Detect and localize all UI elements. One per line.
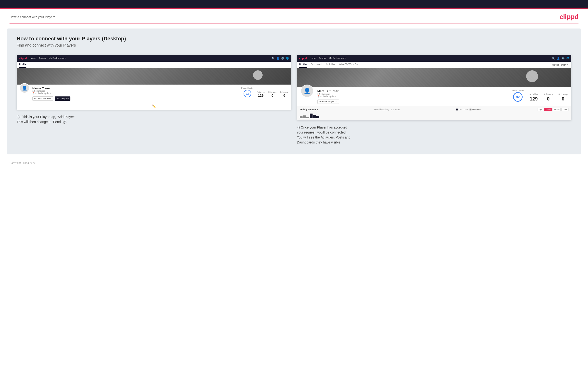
activities-label-right: Activities bbox=[529, 93, 538, 95]
stat-activities-right: Activities 129 bbox=[529, 93, 538, 102]
step3-line2: This will then change to 'Pending'. bbox=[17, 119, 291, 125]
offcourse-label: Off course bbox=[472, 108, 481, 110]
step4-line3: You will see the Activities, Posts and bbox=[297, 135, 571, 140]
handicap-left: 1-5 Handicap bbox=[32, 90, 239, 92]
app-mockup-left: clippd Home Teams My Performance 🔍 👤 ⚙️ … bbox=[17, 55, 291, 110]
legend-offcourse: Off course bbox=[469, 108, 481, 110]
screenshot-right-col: clippd Home Teams My Performance 🔍 👤 ⚙️ … bbox=[297, 55, 571, 145]
main-content: How to connect with your Players (Deskto… bbox=[7, 28, 581, 154]
period-6mths[interactable]: 6 mths bbox=[544, 108, 552, 111]
profile-info-left: Marcus Turner 1-5 Handicap 📍 United King… bbox=[32, 87, 239, 101]
location-icon-right: 📍 bbox=[317, 95, 320, 98]
step4-line1: 4) Once your Player has accepted bbox=[297, 125, 571, 130]
main-title: How to connect with your Players (Deskto… bbox=[17, 36, 571, 42]
page-footer: Copyright Clippd 2022 bbox=[0, 159, 588, 167]
player-name-right: Marcus Turner bbox=[317, 89, 508, 93]
step3-description: 3) If this is your Player tap, 'Add Play… bbox=[17, 115, 291, 125]
nav-player-dropdown[interactable]: Marcus Turner ▼ bbox=[552, 62, 569, 68]
nav-home-right[interactable]: Home bbox=[310, 57, 316, 60]
hero-circle-left bbox=[253, 70, 263, 80]
followers-label-right: Followers bbox=[544, 93, 553, 95]
player-name-left: Marcus Turner bbox=[32, 87, 239, 90]
tab-activities-right[interactable]: Activities bbox=[326, 62, 335, 68]
remove-player-container: Remove Player ✕ bbox=[317, 100, 508, 104]
tab-profile-left[interactable]: Profile bbox=[19, 62, 26, 68]
settings-icon-right[interactable]: ⚙️ bbox=[562, 57, 564, 60]
activities-value-right: 129 bbox=[530, 96, 537, 102]
request-follow-button[interactable]: Request to Follow bbox=[32, 96, 53, 101]
oncourse-dot bbox=[456, 108, 458, 110]
period-1yr[interactable]: 1 yr bbox=[537, 108, 543, 111]
app-mockup-right: clippd Home Teams My Performance 🔍 👤 ⚙️ … bbox=[297, 55, 571, 120]
chart-bar-1 bbox=[300, 117, 303, 118]
tab-dashboard-right[interactable]: Dashboard bbox=[311, 62, 322, 68]
stat-followers-left: Followers 0 bbox=[268, 91, 277, 97]
period-1mth[interactable]: 1 mth bbox=[561, 108, 569, 111]
dropdown-chevron-icon: ▼ bbox=[566, 64, 568, 66]
chart-bar-4 bbox=[310, 114, 312, 118]
pq-label-left: Player Quality bbox=[242, 87, 253, 89]
nav-user-dropdown-right[interactable]: 🌐 bbox=[566, 57, 569, 59]
stat-followers-right: Followers 0 bbox=[544, 93, 553, 102]
location-text-right: United Kingdom bbox=[320, 95, 336, 98]
hero-circle-right bbox=[526, 70, 538, 82]
location-icon-left: 📍 bbox=[32, 92, 35, 94]
activities-value-left: 129 bbox=[258, 94, 264, 97]
avatar-left: 👤 bbox=[19, 83, 29, 93]
player-dropdown-label: Marcus Turner bbox=[552, 64, 566, 66]
step4-line4: Dashboards they have visible. bbox=[297, 140, 571, 145]
tab-profile-right[interactable]: Profile bbox=[299, 62, 307, 68]
followers-label-left: Followers bbox=[268, 91, 277, 93]
legend-oncourse: On course bbox=[456, 108, 468, 110]
app-tabs-left: Profile bbox=[17, 62, 291, 68]
nav-teams-right[interactable]: Teams bbox=[319, 57, 326, 60]
stat-following-left: Following 0 bbox=[280, 91, 288, 97]
player-quality-right: Player Quality 92 bbox=[512, 89, 524, 102]
tab-whattoworkon-right[interactable]: What To Work On bbox=[339, 62, 358, 68]
screenshot-left-col: clippd Home Teams My Performance 🔍 👤 ⚙️ … bbox=[17, 55, 291, 145]
followers-value-left: 0 bbox=[271, 94, 273, 97]
search-icon-left[interactable]: 🔍 bbox=[272, 57, 275, 60]
settings-icon-left[interactable]: ⚙️ bbox=[281, 57, 284, 60]
copyright-text: Copyright Clippd 2022 bbox=[9, 161, 35, 164]
app-logo-right: clippd bbox=[299, 57, 307, 60]
profile-buttons-left: Request to Follow Add Player + bbox=[32, 96, 239, 101]
step3-line1: 3) If this is your Player tap, 'Add Play… bbox=[17, 115, 291, 119]
app-tabs-right: Profile Dashboard Activities What To Wor… bbox=[297, 62, 571, 68]
followers-value-right: 0 bbox=[547, 96, 549, 102]
nav-teams-left[interactable]: Teams bbox=[39, 57, 46, 60]
globe-icon-left[interactable]: 🌐 bbox=[286, 57, 289, 60]
avatar-icon-right: 👤 bbox=[303, 88, 311, 94]
user-icon-left[interactable]: 👤 bbox=[277, 57, 279, 60]
activity-summary-right: Activity Summary Monthly Activity - 6 Mo… bbox=[297, 106, 571, 120]
chart-bar-5 bbox=[313, 115, 316, 118]
pencil-icon-left: ✏️ bbox=[152, 104, 156, 108]
hero-image-right bbox=[297, 68, 571, 87]
top-bar bbox=[0, 0, 588, 8]
stats-row-right: Player Quality 92 Activities 129 Followe… bbox=[512, 89, 568, 102]
following-value-left: 0 bbox=[283, 94, 285, 97]
nav-myperformance-left[interactable]: My Performance bbox=[49, 57, 66, 60]
nav-myperformance-right[interactable]: My Performance bbox=[329, 57, 346, 60]
nav-home-left[interactable]: Home bbox=[29, 57, 36, 60]
search-icon-right[interactable]: 🔍 bbox=[552, 57, 555, 60]
activity-title-right: Activity Summary bbox=[300, 108, 318, 111]
profile-section-left: 👤 Marcus Turner 1-5 Handicap 📍 United Ki… bbox=[17, 84, 291, 103]
avatar-icon-left: 👤 bbox=[22, 85, 27, 91]
user-icon-right[interactable]: 👤 bbox=[557, 57, 560, 60]
stat-activities-left: Activities 129 bbox=[257, 91, 265, 97]
location-right: 📍 United Kingdom bbox=[317, 95, 508, 98]
following-label-left: Following bbox=[280, 91, 288, 93]
activity-header-right: Activity Summary Monthly Activity - 6 Mo… bbox=[300, 108, 569, 111]
hero-texture-left bbox=[17, 68, 291, 84]
add-player-button[interactable]: Add Player + bbox=[55, 96, 70, 101]
avatar-right: 👤 bbox=[301, 84, 313, 97]
activity-legend: On course Off course bbox=[456, 108, 481, 110]
activity-period-label: Monthly Activity - 6 Months bbox=[374, 108, 400, 111]
hero-image-left bbox=[17, 68, 291, 84]
remove-player-button[interactable]: Remove Player ✕ bbox=[317, 100, 339, 104]
activities-label-left: Activities bbox=[257, 91, 265, 93]
page-header: How to connect with your Players clippd bbox=[0, 9, 588, 24]
step4-line2: your request, you'll be connected. bbox=[297, 130, 571, 135]
period-3mths[interactable]: 3 mths bbox=[553, 108, 561, 111]
